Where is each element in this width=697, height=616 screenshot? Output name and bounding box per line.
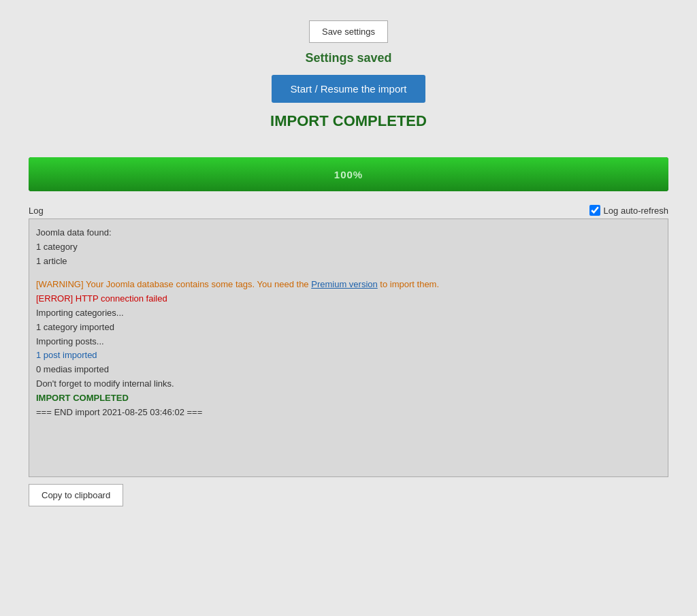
log-line-import-completed: IMPORT COMPLETED [36,391,661,406]
log-line: 1 category [36,240,661,255]
log-textarea[interactable]: Joomla data found: 1 category 1 article … [29,218,668,477]
start-resume-button[interactable]: Start / Resume the import [272,75,426,103]
log-line: 0 medias imported [36,363,661,377]
log-section: Log Log auto-refresh Joomla data found: … [29,205,668,506]
log-auto-refresh-label: Log auto-refresh [604,206,668,216]
copy-to-clipboard-button[interactable]: Copy to clipboard [29,484,123,506]
import-completed-title: IMPORT COMPLETED [270,112,427,130]
log-line: 1 post imported [36,348,661,363]
log-label: Log [29,206,44,216]
log-line-warning: [WARNING] Your Joomla database contains … [36,278,661,292]
settings-saved-text: Settings saved [305,51,391,65]
premium-version-link[interactable]: Premium version [311,279,378,289]
main-container: Save settings Settings saved Start / Res… [0,0,697,527]
log-line-error: [ERROR] HTTP connection failed [36,292,661,306]
log-line-empty [36,268,661,278]
progress-bar: 100% [29,157,668,191]
log-auto-refresh-container: Log auto-refresh [589,205,668,216]
log-header-row: Log Log auto-refresh [29,205,668,216]
log-line: 1 category imported [36,321,661,335]
log-line: Importing posts... [36,335,661,349]
log-line: Joomla data found: [36,226,661,240]
log-line: 1 article [36,255,661,269]
progress-bar-label: 100% [334,169,363,180]
save-settings-button[interactable]: Save settings [309,20,388,43]
log-line: Don't forget to modify internal links. [36,377,661,391]
log-auto-refresh-checkbox[interactable] [589,205,600,216]
log-line: === END import 2021-08-25 03:46:02 === [36,406,661,420]
log-line: Importing categories... [36,306,661,321]
